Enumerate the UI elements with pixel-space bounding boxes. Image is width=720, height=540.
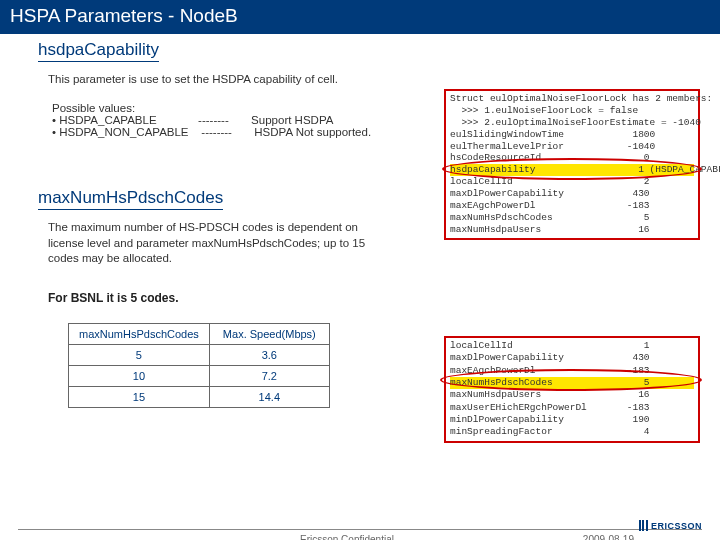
logo-bars-icon bbox=[639, 520, 648, 531]
speed-table: maxNumHsPdschCodes Max. Speed(Mbps) 53.6… bbox=[68, 323, 330, 408]
code-line: localCellId 1 bbox=[450, 340, 694, 352]
code-line: >>> 1.eulNoiseFloorLock = false bbox=[450, 105, 694, 117]
code-line-highlight: hsdpaCapability 1 (HSDPA_CAPABLE) bbox=[450, 164, 694, 176]
code-line-highlight: maxNumHsPdschCodes 5 bbox=[450, 377, 694, 389]
content-area: hsdpaCapability This parameter is use to… bbox=[0, 34, 720, 494]
code-line: localCellId 2 bbox=[450, 176, 694, 188]
code-line: Struct eulOptimalNoiseFloorLock has 2 me… bbox=[450, 93, 694, 105]
th-speed: Max. Speed(Mbps) bbox=[209, 323, 329, 344]
pv-row-2: • HSDPA_NON_CAPABLE -------- HSDPA Not s… bbox=[52, 126, 430, 138]
heading-hsdpa: hsdpaCapability bbox=[38, 40, 159, 62]
cell: 3.6 bbox=[209, 344, 329, 365]
cell: 15 bbox=[69, 386, 210, 407]
cell: 5 bbox=[69, 344, 210, 365]
code-line: maxDlPowerCapability 430 bbox=[450, 188, 694, 200]
code-line: >>> 2.eulOptimalNoiseFloorEstimate = -10… bbox=[450, 117, 694, 129]
pv-label: Possible values: bbox=[52, 102, 430, 114]
code-line: hsCodeResourceId 0 bbox=[450, 152, 694, 164]
table-row: 107.2 bbox=[69, 365, 330, 386]
table-row: 53.6 bbox=[69, 344, 330, 365]
logo-text: ERICSSON bbox=[651, 521, 702, 531]
code-line: minSpreadingFactor 4 bbox=[450, 426, 694, 438]
code-line: maxDlPowerCapability 430 bbox=[450, 352, 694, 364]
code-line: minDlPowerCapability 190 bbox=[450, 414, 694, 426]
code-line: maxNumHsdpaUsers 16 bbox=[450, 389, 694, 401]
footer-confidential: Ericsson Confidential bbox=[300, 534, 394, 540]
code-line: eulThermalLevelPrior -1040 bbox=[450, 141, 694, 153]
possible-values: Possible values: • HSDPA_CAPABLE -------… bbox=[52, 102, 430, 138]
cell: 7.2 bbox=[209, 365, 329, 386]
desc-maxnum: The maximum number of HS-PDSCH codes is … bbox=[48, 220, 388, 267]
desc-hsdpa: This parameter is use to set the HSDPA c… bbox=[48, 72, 430, 88]
code-snippet-2: localCellId 1 maxDlPowerCapability 430 m… bbox=[444, 336, 700, 443]
section-hsdpa: hsdpaCapability This parameter is use to… bbox=[0, 40, 430, 138]
page-title: HSPA Parameters - NodeB bbox=[0, 0, 720, 34]
code-line: maxNumHsdpaUsers 16 bbox=[450, 224, 694, 236]
code-line: maxUserEHichERgchPowerDl -183 bbox=[450, 402, 694, 414]
table-header-row: maxNumHsPdschCodes Max. Speed(Mbps) bbox=[69, 323, 330, 344]
section-maxnum: maxNumHsPdschCodes The maximum number of… bbox=[0, 188, 430, 408]
cell: 14.4 bbox=[209, 386, 329, 407]
th-codes: maxNumHsPdschCodes bbox=[69, 323, 210, 344]
heading-maxnum: maxNumHsPdschCodes bbox=[38, 188, 223, 210]
bsnl-note: For BSNL it is 5 codes. bbox=[48, 291, 430, 305]
code-line: maxEAgchPowerDl -183 bbox=[450, 200, 694, 212]
code-line: maxNumHsPdschCodes 5 bbox=[450, 212, 694, 224]
table-row: 1514.4 bbox=[69, 386, 330, 407]
code-line: eulSlidingWindowTime 1800 bbox=[450, 129, 694, 141]
cell: 10 bbox=[69, 365, 210, 386]
code-line: maxEAgchPowerDl -183 bbox=[450, 365, 694, 377]
ericsson-logo: ERICSSON bbox=[639, 520, 702, 531]
pv-row-1: • HSDPA_CAPABLE -------- Support HSDPA bbox=[52, 114, 430, 126]
code-snippet-1: Struct eulOptimalNoiseFloorLock has 2 me… bbox=[444, 89, 700, 240]
footer-date: 2009-08-19 bbox=[583, 534, 634, 540]
footer: Ericsson Confidential 2009-08-19 ERICSSO… bbox=[0, 529, 720, 534]
